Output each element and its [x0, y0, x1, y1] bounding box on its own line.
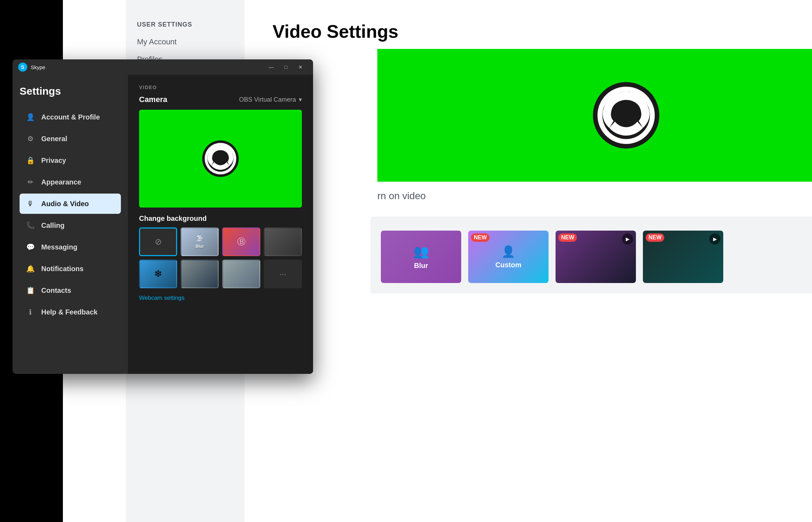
- no-background-icon: ⊘: [155, 237, 162, 247]
- calling-icon: 📞: [25, 220, 36, 231]
- skype-body: Settings 👤 Account & Profile ⚙ General 🔒…: [13, 75, 313, 374]
- sidebar-item-calling[interactable]: 📞 Calling: [20, 215, 121, 235]
- discord-section-label: USER SETTINGS: [133, 21, 238, 28]
- camera-dropdown[interactable]: OBS Virtual Camera ▾: [239, 96, 302, 103]
- sidebar-item-account[interactable]: 👤 Account & Profile: [20, 107, 121, 127]
- discord-menu-my-account[interactable]: My Account: [133, 34, 238, 50]
- sidebar-item-calling-label: Calling: [41, 222, 65, 230]
- sidebar-item-general[interactable]: ⚙ General: [20, 129, 121, 149]
- discord-bg-custom-badge: NEW: [471, 233, 490, 242]
- sidebar-item-messaging-label: Messaging: [41, 243, 77, 251]
- sidebar-item-privacy-label: Privacy: [41, 157, 66, 165]
- skype-window: S Skype — □ ✕ Settings 👤 Account & Profi…: [13, 59, 313, 374]
- contacts-icon: 📋: [25, 285, 36, 296]
- sidebar-item-privacy[interactable]: 🔒 Privacy: [20, 150, 121, 171]
- bing-icon: Ⓑ: [237, 236, 246, 247]
- sidebar-item-audio-video[interactable]: 🎙 Audio & Video: [20, 194, 121, 214]
- sidebar-item-contacts-label: Contacts: [41, 287, 71, 295]
- dropdown-chevron-icon: ▾: [299, 96, 302, 103]
- messaging-icon: 💬: [25, 242, 36, 252]
- discord-page-title: Video Settings: [273, 21, 812, 42]
- skype-logo-icon: S: [18, 63, 27, 72]
- discord-bg-custom[interactable]: NEW 👤 Custom: [468, 231, 549, 283]
- discord-bg-gaming[interactable]: NEW ▶: [643, 231, 723, 283]
- bg-item-office2[interactable]: [181, 260, 219, 288]
- discord-bg-custom-label: Custom: [495, 261, 521, 269]
- general-icon: ⚙: [25, 133, 36, 144]
- minimize-button[interactable]: —: [264, 61, 278, 73]
- sidebar-item-audio-video-label: Audio & Video: [41, 200, 89, 208]
- appearance-icon: ✏: [25, 177, 36, 187]
- discord-bg-blur-label: Blur: [414, 262, 428, 270]
- change-bg-label: Change background: [139, 215, 302, 223]
- audio-video-icon: 🎙: [25, 198, 36, 209]
- skype-sidebar: Settings 👤 Account & Profile ⚙ General 🔒…: [13, 75, 128, 374]
- discord-bg-blur[interactable]: 👥 Blur: [381, 231, 461, 283]
- privacy-icon: 🔒: [25, 155, 36, 166]
- sidebar-item-appearance[interactable]: ✏ Appearance: [20, 172, 121, 192]
- camera-preview: [139, 110, 302, 208]
- account-icon: 👤: [25, 112, 36, 122]
- bg-item-office1[interactable]: [264, 227, 302, 256]
- notifications-icon: 🔔: [25, 263, 36, 274]
- sidebar-item-appearance-label: Appearance: [41, 178, 81, 186]
- window-controls: — □ ✕: [264, 61, 307, 73]
- help-icon: ℹ: [25, 307, 36, 317]
- discord-video-preview: [377, 49, 812, 182]
- bg-blur-label: Blur: [196, 244, 204, 249]
- camera-value: OBS Virtual Camera: [239, 96, 296, 103]
- bg-item-snowflake[interactable]: ❄: [139, 260, 177, 288]
- discord-bg-gaming-badge: NEW: [646, 233, 664, 242]
- sidebar-item-contacts[interactable]: 📋 Contacts: [20, 280, 121, 300]
- background-grid: ⊘ 🌫 Blur Ⓑ ❄: [139, 227, 302, 288]
- maximize-button[interactable]: □: [279, 61, 293, 73]
- camera-row: Camera OBS Virtual Camera ▾: [139, 95, 302, 104]
- bg-item-more[interactable]: ···: [264, 260, 302, 288]
- close-button[interactable]: ✕: [293, 61, 307, 73]
- sidebar-item-account-label: Account & Profile: [41, 113, 100, 121]
- bg-item-hallway[interactable]: [222, 260, 260, 288]
- discord-bg-space[interactable]: NEW ▶: [556, 231, 636, 283]
- bg-item-mountain[interactable]: Ⓑ: [222, 227, 260, 256]
- discord-backgrounds-section: 👥 Blur NEW 👤 Custom NEW ▶ NEW ▶: [370, 217, 812, 293]
- sidebar-item-messaging[interactable]: 💬 Messaging: [20, 237, 121, 257]
- more-icon: ···: [279, 269, 286, 279]
- sidebar-item-help[interactable]: ℹ Help & Feedback: [20, 302, 121, 322]
- camera-label: Camera: [139, 95, 167, 104]
- discord-obs-logo: [591, 80, 661, 150]
- skype-title-text: Skype: [31, 64, 261, 70]
- skype-settings-title: Settings: [20, 85, 121, 97]
- skype-titlebar: S Skype — □ ✕: [13, 59, 313, 75]
- bg-item-blur[interactable]: 🌫 Blur: [181, 227, 219, 256]
- bg-item-none[interactable]: ⊘: [139, 227, 177, 256]
- sidebar-item-notifications[interactable]: 🔔 Notifications: [20, 259, 121, 279]
- sidebar-item-general-label: General: [41, 135, 67, 143]
- discord-toggle-row: ✓: [245, 189, 812, 204]
- sidebar-item-notifications-label: Notifications: [41, 265, 84, 273]
- discord-bg-space-badge: NEW: [558, 233, 577, 242]
- video-section-label: VIDEO: [139, 85, 302, 90]
- obs-logo-icon: [201, 139, 240, 178]
- discord-bg-space-play[interactable]: ▶: [622, 233, 633, 245]
- discord-bg-gaming-play[interactable]: ▶: [709, 233, 720, 245]
- webcam-settings-link[interactable]: Webcam settings: [139, 295, 184, 301]
- sidebar-item-help-label: Help & Feedback: [41, 308, 97, 316]
- skype-main-content: VIDEO Camera OBS Virtual Camera ▾: [128, 75, 313, 374]
- discord-bg-row: 👥 Blur NEW 👤 Custom NEW ▶ NEW ▶: [381, 231, 812, 283]
